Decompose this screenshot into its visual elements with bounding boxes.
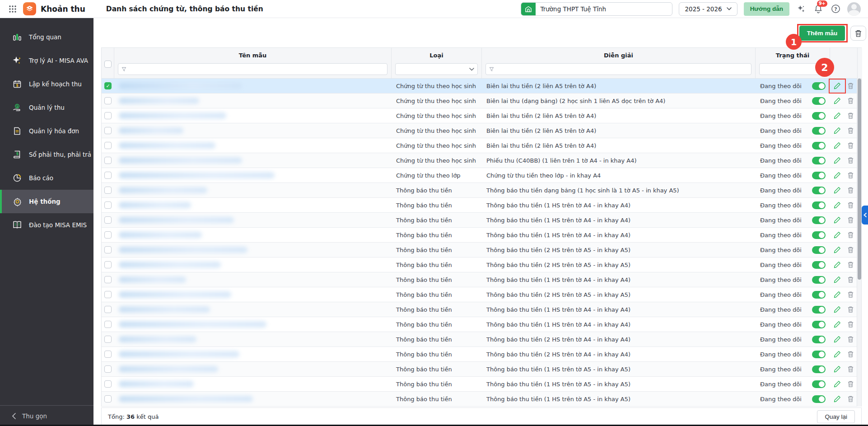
table-row[interactable]: Thông báo thu tiềnThông báo thu tiền (2 … — [102, 332, 861, 347]
row-checkbox[interactable] — [104, 336, 112, 343]
edit-pencil-icon[interactable] — [834, 142, 841, 150]
row-checkbox[interactable] — [104, 276, 112, 283]
row-checkbox[interactable] — [104, 395, 112, 403]
name-filter-input[interactable] — [118, 63, 387, 75]
delete-trash-icon[interactable] — [847, 261, 854, 269]
table-row[interactable]: Thông báo thu tiềnThông báo thu tiền (1 … — [102, 213, 861, 228]
table-row[interactable]: Thông báo thu tiềnThông báo thu tiền (2 … — [102, 257, 861, 272]
delete-trash-icon[interactable] — [847, 380, 854, 388]
add-template-button[interactable]: Thêm mẫu — [799, 26, 845, 41]
edit-pencil-icon[interactable] — [834, 306, 841, 314]
description-filter-input[interactable] — [485, 63, 751, 75]
notifications-bell-icon[interactable]: 9+ — [813, 4, 824, 14]
edit-pencil-icon[interactable] — [834, 127, 841, 135]
edit-pencil-icon[interactable] — [834, 291, 841, 299]
scrollbar-thumb[interactable] — [858, 79, 861, 280]
delete-trash-icon[interactable] — [847, 276, 854, 284]
table-row[interactable]: Thông báo thu tiềnThông báo thu tiền (2 … — [102, 347, 861, 362]
status-toggle[interactable] — [812, 172, 826, 179]
type-filter-select[interactable] — [395, 63, 478, 75]
edit-pencil-icon[interactable] — [834, 261, 841, 269]
row-checkbox[interactable] — [104, 351, 112, 358]
table-row[interactable]: Thông báo thu tiềnThông báo thu tiền (1 … — [102, 377, 861, 392]
sidebar-item-system[interactable]: Hệ thống — [0, 190, 93, 213]
status-toggle[interactable] — [812, 336, 826, 343]
app-grid-icon[interactable] — [8, 4, 18, 14]
status-filter-select[interactable] — [759, 63, 826, 75]
sidebar-item-ai[interactable]: Trợ lý AI - MISA AVA — [0, 49, 93, 72]
user-avatar[interactable] — [847, 2, 861, 16]
table-row[interactable]: Thông báo thu tiềnThông báo thu tiền dạn… — [102, 183, 861, 198]
edit-pencil-icon[interactable] — [834, 246, 841, 254]
table-row[interactable]: Thông báo thu tiềnThông báo thu tiền (1 … — [102, 392, 861, 407]
row-checkbox[interactable] — [104, 231, 112, 239]
sidebar-item-training[interactable]: Đào tạo MISA EMIS — [0, 213, 93, 237]
edit-pencil-icon[interactable] — [834, 365, 841, 373]
table-row[interactable]: Chứng từ thu theo học sinhBiên lai thu t… — [102, 138, 861, 153]
table-row[interactable]: Chứng từ thu theo học sinhBiên lai thu (… — [102, 94, 861, 108]
status-toggle[interactable] — [812, 306, 826, 314]
edit-pencil-icon[interactable] — [834, 380, 841, 388]
edit-pencil-icon[interactable] — [834, 201, 841, 209]
table-row[interactable]: Chứng từ thu theo lớpChứng từ thu tiền t… — [102, 168, 861, 183]
sidebar-item-report[interactable]: Báo cáo — [0, 166, 93, 190]
edit-pencil-icon[interactable] — [834, 172, 841, 179]
edit-pencil-icon[interactable] — [834, 321, 841, 328]
school-year-select[interactable]: 2025 - 2026 — [679, 2, 737, 16]
row-checkbox[interactable] — [104, 261, 112, 268]
table-row[interactable]: Thông báo thu tiềnThông báo thu tiền (2 … — [102, 243, 861, 257]
delete-trash-icon[interactable] — [847, 142, 854, 150]
delete-trash-icon[interactable] — [847, 172, 854, 179]
delete-trash-icon[interactable] — [847, 187, 854, 194]
status-toggle[interactable] — [812, 321, 826, 328]
row-checkbox[interactable] — [104, 291, 112, 298]
row-checkbox[interactable] — [104, 97, 112, 104]
status-toggle[interactable] — [812, 380, 826, 388]
status-toggle[interactable] — [812, 276, 826, 284]
row-checkbox[interactable] — [104, 127, 112, 134]
edit-pencil-icon[interactable] — [834, 112, 841, 120]
status-toggle[interactable] — [812, 351, 826, 358]
delete-trash-icon[interactable] — [847, 97, 854, 105]
delete-trash-icon[interactable] — [847, 201, 854, 209]
sidebar-item-invoice[interactable]: Quản lý hóa đơn — [0, 119, 93, 143]
status-toggle[interactable] — [812, 216, 826, 224]
edit-pencil-icon[interactable] — [834, 82, 841, 90]
status-toggle[interactable] — [812, 187, 826, 194]
row-checkbox[interactable] — [104, 380, 112, 388]
guide-button[interactable]: Hướng dẫn — [744, 2, 789, 16]
status-toggle[interactable] — [812, 157, 826, 164]
row-checkbox[interactable] — [104, 201, 112, 209]
expand-panel-handle[interactable] — [862, 206, 868, 225]
delete-trash-icon[interactable] — [847, 291, 854, 299]
row-checkbox[interactable] — [104, 306, 112, 313]
status-toggle[interactable] — [812, 231, 826, 239]
table-row[interactable]: Thông báo thu tiềnThông báo thu tiền (1 … — [102, 228, 861, 243]
row-checkbox[interactable] — [104, 246, 112, 253]
delete-trash-icon[interactable] — [847, 216, 854, 224]
table-row[interactable]: Chứng từ thu theo học sinhBiên lai thu t… — [102, 108, 861, 123]
table-row[interactable]: Thông báo thu tiềnThông báo thu tiền (1 … — [102, 272, 861, 287]
table-row[interactable]: Thông báo thu tiềnThông báo thu tiền (1 … — [102, 362, 861, 377]
select-all-checkbox[interactable] — [104, 61, 112, 68]
back-button[interactable]: Quay lại — [817, 410, 855, 423]
delete-trash-icon[interactable] — [847, 246, 854, 254]
status-toggle[interactable] — [812, 201, 826, 209]
delete-trash-icon[interactable] — [847, 306, 854, 314]
delete-trash-icon[interactable] — [847, 127, 854, 135]
status-toggle[interactable] — [812, 395, 826, 403]
delete-trash-icon[interactable] — [847, 395, 854, 403]
row-checkbox[interactable] — [104, 172, 112, 179]
edit-pencil-icon[interactable] — [834, 157, 841, 164]
delete-trash-icon[interactable] — [847, 112, 854, 120]
status-toggle[interactable] — [812, 142, 826, 150]
table-row[interactable]: ✓Chứng từ thu theo học sinhBiên lai thu … — [102, 79, 861, 94]
row-checkbox[interactable] — [104, 112, 112, 119]
edit-pencil-icon[interactable] — [834, 336, 841, 343]
school-selector[interactable]: Trường THPT Tuệ Tĩnh — [521, 2, 672, 16]
sidebar-item-plan[interactable]: $Lập kế hoạch thu — [0, 72, 93, 96]
table-row[interactable]: Thông báo thu tiềnThông báo thu tiền (2 … — [102, 287, 861, 302]
status-toggle[interactable] — [812, 365, 826, 373]
delete-trash-icon[interactable] — [847, 321, 854, 328]
app-logo-icon[interactable] — [23, 2, 36, 15]
